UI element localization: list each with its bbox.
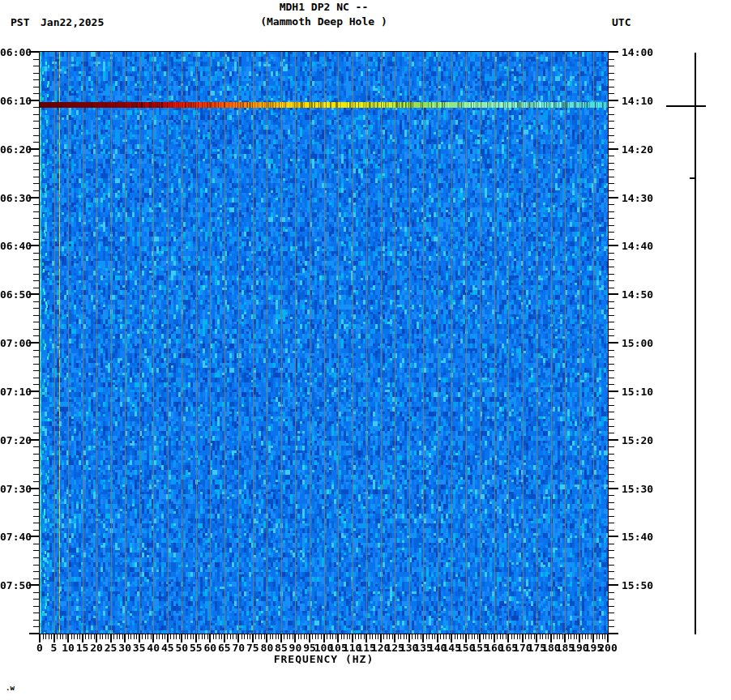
left-minor-tick (33, 280, 40, 281)
x-axis-title: FREQUENCY (HZ) (39, 653, 609, 665)
right-minor-tick (608, 121, 614, 122)
x-minor-tick (534, 634, 535, 639)
x-minor-tick (100, 634, 100, 639)
x-minor-tick (108, 634, 109, 639)
x-tick-label: 40 (147, 642, 160, 654)
x-minor-tick (392, 634, 393, 639)
x-minor-tick (341, 634, 342, 639)
x-minor-tick (122, 634, 123, 639)
left-minor-tick (33, 128, 40, 129)
x-minor-tick (151, 634, 152, 639)
right-major-tick (608, 584, 618, 586)
left-minor-tick (33, 329, 40, 330)
left-minor-tick (33, 253, 40, 254)
left-minor-tick (33, 419, 40, 420)
x-minor-tick (134, 634, 135, 639)
right-minor-tick (608, 280, 614, 281)
right-minor-tick (608, 460, 614, 461)
left-minor-tick (33, 481, 40, 482)
x-minor-tick (185, 634, 186, 639)
x-tick-label: 90 (289, 642, 302, 654)
left-minor-tick (33, 474, 40, 475)
left-minor-tick (33, 398, 40, 399)
right-minor-tick (608, 142, 614, 143)
right-minor-tick (608, 267, 614, 267)
left-minor-tick (33, 183, 40, 184)
x-minor-tick (519, 634, 520, 639)
left-time-label: 06:00 (0, 47, 29, 58)
x-minor-tick (432, 634, 433, 639)
right-minor-tick (608, 253, 614, 254)
right-minor-tick (608, 364, 614, 365)
left-time-label: 07:00 (0, 338, 29, 348)
right-time-label: 15:00 (622, 338, 653, 348)
right-minor-tick (608, 578, 614, 579)
left-minor-tick (33, 426, 40, 427)
x-tick-label: 55 (190, 642, 203, 654)
x-minor-tick (525, 634, 526, 639)
right-time-label: 14:30 (622, 193, 653, 203)
x-minor-tick (190, 634, 191, 639)
right-minor-tick (608, 329, 614, 330)
left-minor-tick (33, 356, 40, 357)
x-minor-tick (406, 634, 407, 639)
x-minor-tick (375, 634, 376, 639)
x-minor-tick (605, 634, 605, 639)
left-minor-tick (33, 620, 40, 621)
right-minor-tick (608, 384, 614, 385)
x-minor-tick (562, 634, 563, 639)
x-minor-tick (193, 634, 194, 639)
right-minor-tick (608, 239, 614, 240)
x-minor-tick (489, 634, 489, 639)
x-minor-tick (500, 634, 501, 639)
left-minor-tick (33, 370, 40, 371)
right-minor-tick (608, 211, 614, 212)
right-time-label: 15:20 (622, 435, 653, 446)
x-minor-tick (270, 634, 271, 639)
left-minor-tick (33, 79, 40, 80)
right-time-label: 15:10 (622, 386, 653, 397)
x-minor-tick (236, 634, 237, 639)
x-minor-tick (372, 634, 373, 639)
right-major-tick (608, 245, 618, 246)
x-minor-tick (147, 634, 148, 639)
left-minor-tick (33, 350, 40, 351)
left-minor-tick (33, 612, 40, 613)
x-minor-tick (387, 634, 387, 639)
page-title: MDH1 DP2 NC -- (39, 0, 609, 15)
left-minor-tick (33, 308, 40, 309)
x-minor-tick (202, 634, 203, 639)
x-minor-tick (117, 634, 118, 639)
x-minor-tick (213, 634, 214, 639)
x-minor-tick (221, 634, 222, 639)
x-minor-tick (187, 634, 188, 639)
right-minor-tick (608, 433, 614, 433)
right-minor-tick (608, 495, 614, 496)
x-minor-tick (60, 634, 61, 639)
left-time-label: 06:40 (0, 241, 29, 251)
right-minor-tick (608, 419, 614, 420)
left-minor-tick (33, 467, 40, 468)
left-minor-tick (33, 156, 40, 156)
x-tick-label: 85 (275, 642, 288, 654)
x-minor-tick (230, 634, 231, 639)
x-minor-tick (128, 634, 129, 639)
x-minor-tick (219, 634, 220, 639)
x-minor-tick (412, 634, 413, 639)
event-marker-minor-tick (690, 177, 695, 179)
right-minor-tick (608, 73, 614, 74)
right-minor-tick (608, 93, 614, 94)
x-tick-label: 15 (76, 642, 89, 654)
right-minor-tick (608, 315, 614, 316)
left-minor-tick (33, 163, 40, 164)
right-minor-tick (608, 183, 614, 184)
x-minor-tick (514, 634, 515, 639)
left-minor-tick (33, 530, 40, 531)
x-minor-tick (298, 634, 299, 639)
x-minor-tick (449, 634, 450, 639)
x-minor-tick (361, 634, 361, 639)
x-minor-tick (568, 634, 569, 639)
x-minor-tick (542, 634, 543, 639)
spectrogram-page: PST Jan22,2025 MDH1 DP2 NC -- (Mammoth D… (0, 0, 731, 700)
x-minor-tick (259, 634, 259, 639)
